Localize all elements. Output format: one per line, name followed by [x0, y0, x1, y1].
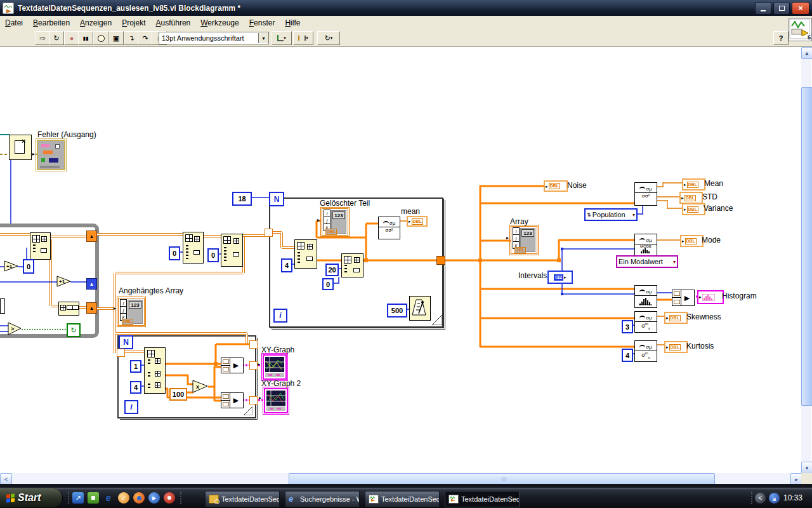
mean-indicator[interactable]: ▸DBL: [682, 178, 705, 190]
const-0-for[interactable]: 0: [322, 278, 334, 290]
menu-werkzeuge[interactable]: Werkzeuge: [195, 17, 244, 29]
shift-register-orange-top[interactable]: ▲: [86, 231, 97, 242]
const-0-del2[interactable]: 0: [207, 248, 219, 262]
increment-node-2[interactable]: +1: [56, 276, 72, 288]
intervals-control[interactable]: I32 ▸: [547, 271, 573, 284]
v-scroll-thumb[interactable]: [801, 87, 812, 406]
tray-collapse-button[interactable]: <: [755, 493, 766, 504]
font-dropdown-icon[interactable]: ▾: [258, 33, 268, 43]
step-into-button[interactable]: ↴: [124, 31, 139, 45]
greater-node[interactable]: >: [8, 322, 22, 336]
const-18[interactable]: 18: [232, 192, 252, 206]
increment-node[interactable]: +1: [4, 260, 19, 272]
std-variance-vi-mean[interactable]: σμ σσ²: [378, 217, 400, 239]
array-size-node[interactable]: [30, 232, 51, 260]
delete-from-array-node-2[interactable]: [221, 234, 243, 267]
std-variance-vi[interactable]: σμ σσ²: [634, 182, 657, 206]
angehaengtes-array-indicator[interactable]: ijk 123DBL: [118, 298, 145, 326]
retain-wire-values-button[interactable]: ▣: [108, 31, 124, 45]
moment-vi-skewness[interactable]: σμ σmx: [634, 311, 657, 333]
task-button-labview-1[interactable]: TextdateiDatenSequ...: [365, 491, 440, 507]
moment-vi-kurtosis[interactable]: σμ σmx: [634, 340, 657, 362]
mode-indicator[interactable]: ▸DBL: [680, 235, 704, 247]
array-indicator[interactable]: ijk 123DBL: [511, 226, 537, 254]
run-continuous-button[interactable]: ↻: [49, 31, 64, 45]
wait-ms-node[interactable]: [409, 296, 431, 321]
const-4-idx[interactable]: 4: [130, 381, 141, 394]
close-file-node[interactable]: ×: [9, 135, 32, 160]
shift-register-orange-bottom[interactable]: ▲: [86, 302, 97, 314]
menu-fenster[interactable]: Fenster: [244, 17, 280, 29]
const-4-kurt[interactable]: 4: [622, 349, 633, 362]
histogram-indicator[interactable]: ▸: [697, 290, 724, 304]
kurtosis-indicator[interactable]: ▸DBL: [664, 341, 688, 353]
bundle-node-histogram[interactable]: ▶: [672, 290, 695, 306]
vi-icon-pane[interactable]: 5: [789, 18, 812, 41]
tray-clock[interactable]: 10:33: [783, 493, 802, 502]
const-3-skew[interactable]: 3: [622, 320, 633, 333]
histogram-vi[interactable]: σμ: [634, 285, 657, 308]
array-subset-node[interactable]: [341, 253, 363, 277]
const-20[interactable]: 20: [325, 264, 339, 276]
font-selector[interactable]: 13pt Anwendungsschriftart ▾: [159, 32, 269, 44]
menu-bearbeiten[interactable]: Bearbeiten: [28, 17, 75, 29]
std-indicator[interactable]: ▸DBL: [679, 192, 703, 204]
bundle-node-xy2[interactable]: ▶: [221, 392, 244, 408]
xy-graph-indicator[interactable]: [263, 354, 287, 380]
delete-from-array-node-3[interactable]: [294, 239, 317, 269]
quicklaunch-red-app-icon[interactable]: [164, 492, 175, 504]
quicklaunch-green-app-icon[interactable]: [88, 492, 99, 504]
distribute-objects-button[interactable]: ▾: [293, 31, 313, 45]
task-button-browser[interactable]: e Suchergebnisse - Win...: [285, 491, 360, 507]
task-button-explorer[interactable]: TextdateiDatenSequ...: [205, 491, 280, 507]
abort-button[interactable]: ●: [64, 31, 79, 45]
pause-button[interactable]: ▮▮: [78, 31, 93, 45]
help-button[interactable]: ?: [773, 31, 789, 45]
mean-small-indicator[interactable]: ▸DBL: [407, 216, 428, 227]
skewness-indicator[interactable]: ▸DBL: [664, 312, 688, 324]
highlight-execution-button[interactable]: [93, 31, 108, 45]
index-array-node[interactable]: [144, 347, 166, 394]
const-500[interactable]: 500: [387, 304, 407, 318]
run-button[interactable]: ⇨: [35, 31, 50, 45]
noise-indicator[interactable]: ▸DBL: [544, 180, 568, 192]
v-scroll-down-button[interactable]: ▾: [801, 462, 812, 474]
const-0-del1[interactable]: 0: [169, 246, 180, 260]
shift-register-blue[interactable]: ▲: [86, 278, 97, 290]
minimize-button[interactable]: [755, 2, 771, 15]
geloeschter-teil-indicator[interactable]: ijk 123DBL: [322, 208, 348, 236]
const-100[interactable]: 100: [169, 388, 187, 401]
xy-graph2-indicator[interactable]: [264, 388, 288, 413]
step-over-button[interactable]: ↷: [138, 31, 153, 45]
bundle-node-xy1[interactable]: ▶: [221, 358, 244, 373]
multiply-node[interactable]: x: [192, 380, 209, 394]
const-4-del[interactable]: 4: [281, 258, 292, 272]
mode-vi[interactable]: σμ MODE: [634, 234, 657, 256]
error-cluster-indicator[interactable]: [37, 140, 65, 170]
quicklaunch-firefox-icon[interactable]: [133, 492, 145, 504]
v-scroll-up-button[interactable]: ▲: [801, 47, 812, 59]
build-array-node[interactable]: [58, 302, 79, 316]
close-button[interactable]: ×: [792, 2, 809, 15]
reorder-button[interactable]: ↻▾: [317, 31, 340, 45]
delete-from-array-node-1[interactable]: [183, 232, 204, 264]
population-enum[interactable]: ⇅ Population ▾: [584, 208, 638, 221]
menu-ausfuehren[interactable]: Ausführen: [151, 17, 196, 29]
quicklaunch-mail-icon[interactable]: ✓: [118, 492, 129, 504]
title-bar[interactable]: TextdateiDatenSequenzen_auslesen_lv85.vi…: [0, 0, 812, 16]
ein-modalwert-enum[interactable]: Ein Modalwert ▾: [616, 255, 678, 268]
menu-projekt[interactable]: Projekt: [117, 17, 150, 29]
start-button[interactable]: Start: [0, 488, 63, 507]
quicklaunch-wmp-icon[interactable]: ▶: [148, 492, 160, 504]
variance-indicator[interactable]: ▸DBL: [682, 203, 705, 215]
align-objects-button[interactable]: ▾: [272, 31, 292, 45]
const-0-while[interactable]: 0: [23, 259, 34, 274]
tray-app-icon[interactable]: a: [769, 493, 780, 504]
menu-anzeigen[interactable]: Anzeigen: [75, 17, 117, 29]
menu-hilfe[interactable]: Hilfe: [280, 17, 305, 29]
menu-datei[interactable]: Datei: [0, 17, 28, 29]
quicklaunch-msn-icon[interactable]: ↗: [72, 492, 84, 504]
task-button-labview-2-active[interactable]: TextdateiDatenSequ...: [445, 491, 520, 507]
const-1-idx[interactable]: 1: [130, 360, 141, 373]
loop-condition-terminal[interactable]: ↻: [67, 323, 81, 337]
